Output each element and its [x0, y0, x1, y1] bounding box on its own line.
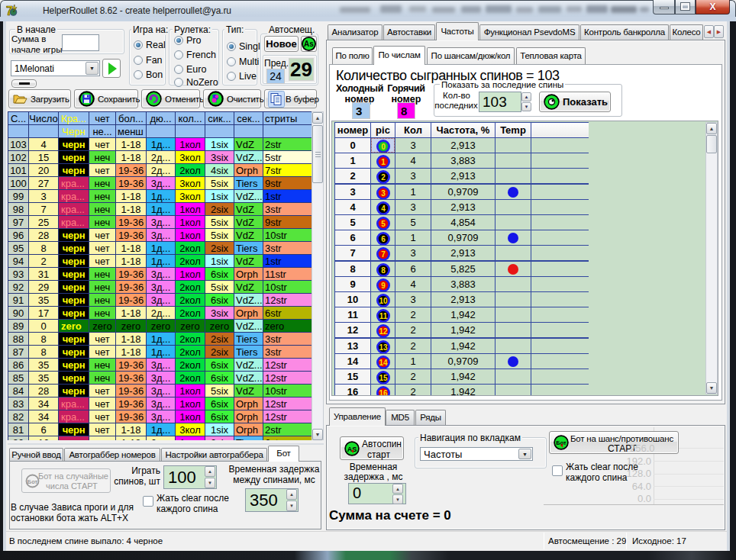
svg-text:0: 0 — [381, 143, 386, 151]
svg-text:2: 2 — [381, 173, 386, 182]
svg-text:12: 12 — [379, 327, 388, 336]
svg-text:14: 14 — [379, 359, 388, 367]
svg-text:Бот: Бот — [27, 478, 38, 485]
svg-text:13: 13 — [379, 343, 388, 352]
svg-text:6: 6 — [381, 235, 386, 243]
svg-text:10: 10 — [379, 297, 388, 305]
svg-text:As: As — [304, 40, 314, 48]
svg-text:16: 16 — [379, 389, 388, 395]
svg-text:4: 4 — [381, 204, 386, 213]
svg-text:7: 7 — [381, 250, 386, 259]
svg-text:3: 3 — [381, 189, 386, 198]
svg-text:15: 15 — [379, 374, 388, 382]
svg-text:1: 1 — [381, 158, 386, 166]
svg-text:AS: AS — [347, 446, 357, 453]
svg-text:8: 8 — [381, 266, 386, 275]
svg-text:11: 11 — [379, 312, 387, 320]
svg-text:5: 5 — [381, 220, 386, 228]
svg-text:9: 9 — [381, 282, 386, 290]
